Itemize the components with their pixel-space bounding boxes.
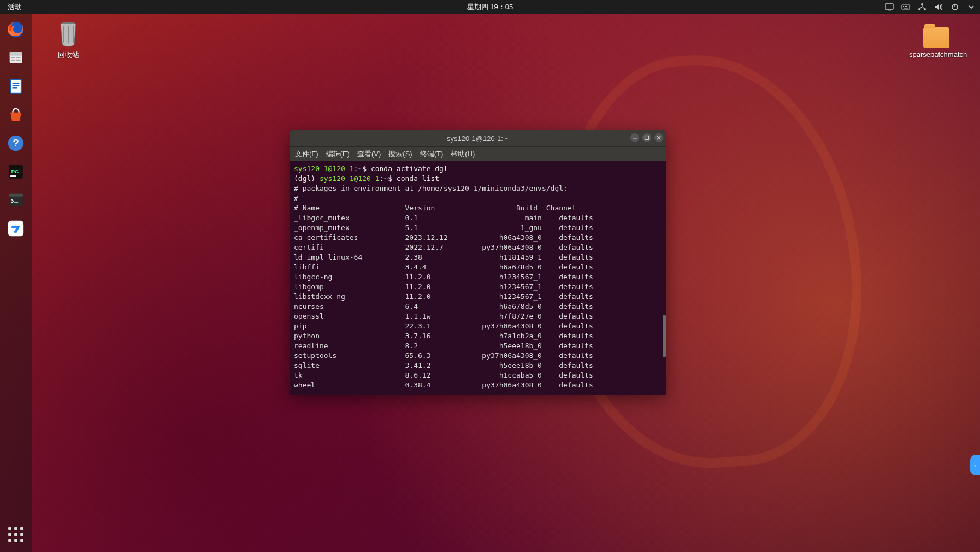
window-minimize-button[interactable] (630, 133, 639, 142)
svg-rect-16 (16, 57, 21, 58)
terminal-menubar: 文件(F) 编辑(E) 查看(V) 搜索(S) 终端(T) 帮助(H) (290, 146, 666, 161)
svg-rect-6 (904, 8, 908, 9)
svg-rect-22 (13, 87, 17, 88)
folder-icon (923, 27, 949, 48)
desktop-icons: 回收站 (44, 20, 93, 60)
svg-rect-17 (16, 60, 21, 61)
clock[interactable]: 星期四 19：05 (467, 2, 513, 12)
terminal-titlebar[interactable]: sys120-1@120-1: ~ (290, 130, 666, 146)
show-applications-icon[interactable] (4, 522, 28, 547)
software-icon[interactable] (4, 103, 28, 127)
folder-sparsepatchmatch[interactable]: sparsepatchmatch (909, 27, 964, 58)
folder-label: sparsepatchmatch (909, 50, 964, 58)
trash-label: 回收站 (44, 50, 93, 60)
system-tray (885, 3, 976, 11)
screen-icon[interactable] (885, 3, 894, 11)
window-maximize-button[interactable] (642, 133, 651, 142)
svg-rect-1 (888, 10, 891, 10)
menu-search[interactable]: 搜索(S) (388, 149, 412, 159)
svg-rect-18 (10, 79, 21, 93)
svg-rect-4 (905, 6, 906, 7)
svg-text:PC: PC (11, 168, 19, 174)
side-handle[interactable]: ‹ (970, 455, 980, 475)
svg-rect-29 (9, 194, 23, 197)
keyboard-icon[interactable] (901, 3, 910, 11)
menu-view[interactable]: 查看(V) (357, 149, 381, 159)
svg-rect-3 (903, 6, 904, 7)
svg-rect-31 (8, 221, 23, 236)
top-panel: 活动 星期四 19：05 (0, 0, 980, 14)
power-icon[interactable] (951, 3, 959, 11)
svg-rect-5 (906, 6, 907, 7)
help-icon[interactable]: ? (4, 131, 28, 155)
writer-icon[interactable] (4, 74, 28, 98)
menu-edit[interactable]: 编辑(E) (326, 149, 350, 159)
svg-rect-2 (902, 5, 910, 9)
desktop-icons-right: sparsepatchmatch (909, 27, 964, 58)
terminal-icon[interactable] (4, 188, 28, 212)
trash-icon[interactable]: 回收站 (44, 20, 93, 60)
svg-rect-15 (11, 60, 15, 61)
svg-point-7 (921, 3, 923, 5)
menu-terminal[interactable]: 终端(T) (420, 149, 444, 159)
terminal-title: sys120-1@120-1: ~ (447, 134, 509, 143)
volume-icon[interactable] (934, 3, 943, 11)
menu-file[interactable]: 文件(F) (295, 149, 318, 159)
svg-rect-34 (645, 136, 649, 140)
svg-rect-0 (885, 4, 893, 9)
svg-rect-13 (10, 52, 22, 56)
svg-text:?: ? (13, 137, 19, 149)
window-close-button[interactable] (654, 133, 663, 142)
scrollbar-thumb[interactable] (663, 315, 666, 357)
terminal-scrollbar[interactable] (662, 161, 666, 395)
pycharm-icon[interactable]: PC (4, 160, 28, 184)
dock: ? PC (0, 14, 32, 552)
svg-rect-30 (14, 202, 18, 203)
svg-rect-33 (633, 138, 637, 139)
network-icon[interactable] (918, 3, 926, 11)
trash-glyph (44, 20, 93, 50)
terminal-window: sys120-1@120-1: ~ 文件(F) 编辑(E) 查看(V) 搜索(S… (290, 130, 666, 395)
todesk-icon[interactable] (4, 216, 28, 240)
files-icon[interactable] (4, 46, 28, 70)
svg-rect-14 (11, 57, 15, 58)
svg-rect-27 (10, 175, 16, 177)
menu-help[interactable]: 帮助(H) (451, 149, 475, 159)
terminal-body[interactable]: sys120-1@120-1:~$ conda activate dgl (dg… (290, 161, 666, 395)
firefox-icon[interactable] (4, 17, 28, 42)
activities-button[interactable]: 活动 (4, 2, 25, 12)
svg-rect-21 (13, 85, 20, 86)
svg-rect-20 (13, 83, 20, 84)
chevron-down-icon[interactable] (967, 3, 976, 11)
